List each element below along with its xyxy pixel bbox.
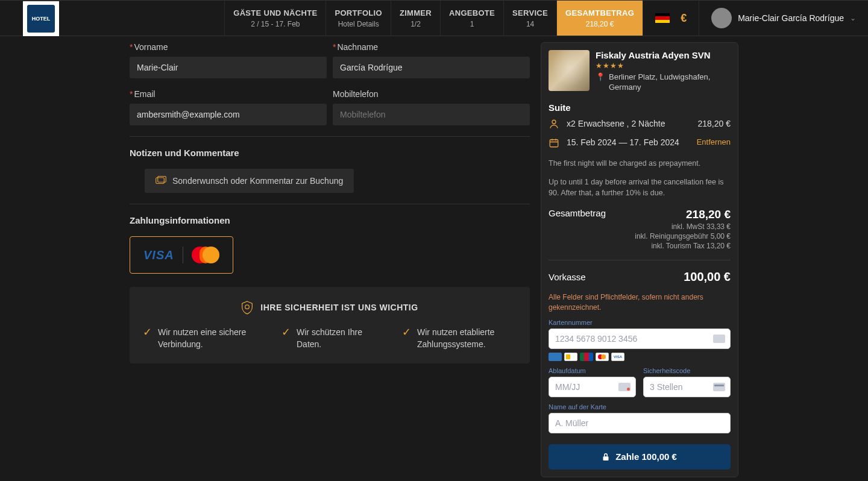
pay-button[interactable]: Zahle 100,00 € xyxy=(549,444,731,470)
chevron-down-icon: ⌄ xyxy=(850,14,856,22)
total-amount: 218,20 € xyxy=(635,208,731,221)
svg-rect-5 xyxy=(603,456,609,461)
tab-total[interactable]: GESAMTBETRAG 218,20 € xyxy=(556,1,643,36)
guests-line: x2 Erwachsene , 2 Nächte xyxy=(567,119,665,128)
hotel-name: Fiskaly Austria Adyen SVN xyxy=(596,50,731,60)
visa-small-icon: VISA xyxy=(611,353,624,361)
mobile-label: Mobiltelefon xyxy=(333,89,530,99)
jcb-icon xyxy=(580,353,593,361)
avatar-icon xyxy=(711,8,732,28)
summary-panel: Fiskaly Austria Adyen SVN ★★★★ 📍 Berline… xyxy=(541,42,738,477)
line-price: 218,20 € xyxy=(698,119,731,128)
cardholder-input[interactable] xyxy=(555,413,724,433)
tab-guests-nights[interactable]: GÄSTE UND NÄCHTE 2 / 15 - 17. Feb xyxy=(224,1,326,36)
svg-point-3 xyxy=(552,120,556,124)
pay-button-label: Zahle 100,00 € xyxy=(615,451,677,462)
nav-tabs: GÄSTE UND NÄCHTE 2 / 15 - 17. Feb PORTFO… xyxy=(224,1,643,36)
tab-label: ZIMMER xyxy=(400,8,432,17)
tab-sub: Hotel Details xyxy=(335,20,382,28)
hotel-image xyxy=(549,50,590,91)
expiry-label: Ablaufdatum xyxy=(549,367,636,374)
header-tail: € xyxy=(643,1,699,36)
cvc-label: Sicherheitscode xyxy=(643,367,731,374)
form-panel: *Vorname *Nachname *Email Mobiltelefon N… xyxy=(130,42,530,477)
guest-icon xyxy=(549,119,559,131)
star-rating: ★★★★ xyxy=(596,61,731,70)
amex-icon xyxy=(549,353,562,361)
tab-label: PORTFOLIO xyxy=(335,8,382,17)
top-bar: HOTEL GÄSTE UND NÄCHTE 2 / 15 - 17. Feb … xyxy=(0,0,868,36)
lock-icon xyxy=(602,453,609,461)
security-title: IHRE SICHERHEIT IST UNS WICHTIG xyxy=(260,303,418,312)
total-label: Gesamtbetrag xyxy=(549,208,606,218)
lastname-input[interactable] xyxy=(333,57,530,78)
divider xyxy=(183,247,183,263)
tab-sub: 1 xyxy=(449,20,495,28)
tax-line: inkl. Reinigungsgebühr 5,00 € xyxy=(635,232,731,241)
tab-offers[interactable]: ANGEBOTE 1 xyxy=(440,1,503,36)
email-label: *Email xyxy=(130,89,327,99)
calendar-icon xyxy=(549,137,559,150)
security-item: ✓Wir schützen Ihre Daten. xyxy=(281,327,378,350)
expiry-wrap xyxy=(549,377,636,397)
email-input[interactable] xyxy=(130,104,327,125)
remove-link[interactable]: Entfernen xyxy=(697,137,731,146)
svg-rect-1 xyxy=(158,177,166,183)
required-hint: Alle Felder sind Pflichtfelder, sofern n… xyxy=(549,292,731,313)
tab-label: GÄSTE UND NÄCHTE xyxy=(233,8,317,17)
logo[interactable]: HOTEL xyxy=(23,1,59,36)
tax-line: inkl. MwSt 33,33 € xyxy=(635,222,731,231)
tax-line: inkl. Tourism Tax 13,20 € xyxy=(635,242,731,250)
tab-portfolio[interactable]: PORTFOLIO Hotel Details xyxy=(326,1,391,36)
hotel-location: Berliner Platz, Ludwigshafen, Germany xyxy=(609,72,731,93)
security-item: ✓Wir nutzen etablierte Zahlungssysteme. xyxy=(402,327,517,350)
card-icon xyxy=(713,335,725,343)
check-icon: ✓ xyxy=(143,327,152,350)
tab-label: SERVICE xyxy=(512,8,548,17)
user-menu[interactable]: Marie-Clair García Rodrígue ⌄ xyxy=(699,1,868,36)
room-type: Suite xyxy=(549,102,731,113)
firstname-label: *Vorname xyxy=(130,42,327,52)
svg-rect-0 xyxy=(156,178,165,184)
firstname-input[interactable] xyxy=(130,57,327,78)
notes-title: Notizen und Kommentare xyxy=(130,148,530,158)
tab-label: GESAMTBETRAG xyxy=(565,8,634,17)
mobile-input[interactable] xyxy=(333,104,530,125)
cvc-wrap xyxy=(643,377,731,397)
prepay-amount: 100,00 € xyxy=(684,270,731,284)
currency-icon[interactable]: € xyxy=(681,12,687,25)
dates-line: 15. Feb 2024 — 17. Feb 2024 xyxy=(567,137,679,147)
policy-text: The first night will be charged as prepa… xyxy=(549,159,731,169)
accepted-cards: VISA xyxy=(549,353,731,361)
pin-icon: 📍 xyxy=(596,72,605,93)
mastercard-small-icon xyxy=(596,353,609,361)
card-number-input[interactable] xyxy=(555,329,724,348)
user-name: Marie-Clair García Rodrígue xyxy=(738,13,844,24)
add-comment-button[interactable]: Sonderwunsch oder Kommentar zur Buchung xyxy=(145,169,354,193)
tab-service[interactable]: SERVICE 14 xyxy=(503,1,556,36)
svg-rect-4 xyxy=(550,140,558,147)
card-date-icon xyxy=(618,383,631,391)
security-box: IHRE SICHERHEIT IST UNS WICHTIG ✓Wir nut… xyxy=(130,287,530,363)
cvc-icon xyxy=(713,383,725,391)
comment-icon xyxy=(156,176,166,186)
payment-title: Zahlungsinformationen xyxy=(130,215,530,225)
check-icon: ✓ xyxy=(281,327,291,350)
tab-sub: 2 / 15 - 17. Feb xyxy=(233,20,317,28)
visa-icon: VISA xyxy=(143,248,174,262)
card-brand-selector[interactable]: VISA xyxy=(130,236,233,274)
card-number-label: Kartennummer xyxy=(549,319,731,326)
svg-point-2 xyxy=(245,305,250,309)
tab-rooms[interactable]: ZIMMER 1/2 xyxy=(391,1,440,36)
tab-sub: 14 xyxy=(512,20,548,28)
tab-sub: 218,20 € xyxy=(565,20,634,28)
lastname-label: *Nachname xyxy=(333,42,530,52)
check-icon: ✓ xyxy=(402,327,411,350)
tab-sub: 1/2 xyxy=(400,20,432,28)
flag-de-icon[interactable] xyxy=(655,13,670,23)
bancontact-icon xyxy=(564,353,577,361)
cardholder-label: Name auf der Karte xyxy=(549,403,731,410)
prepay-label: Vorkasse xyxy=(549,272,586,282)
mastercard-icon xyxy=(192,247,219,263)
shield-icon xyxy=(241,300,253,315)
